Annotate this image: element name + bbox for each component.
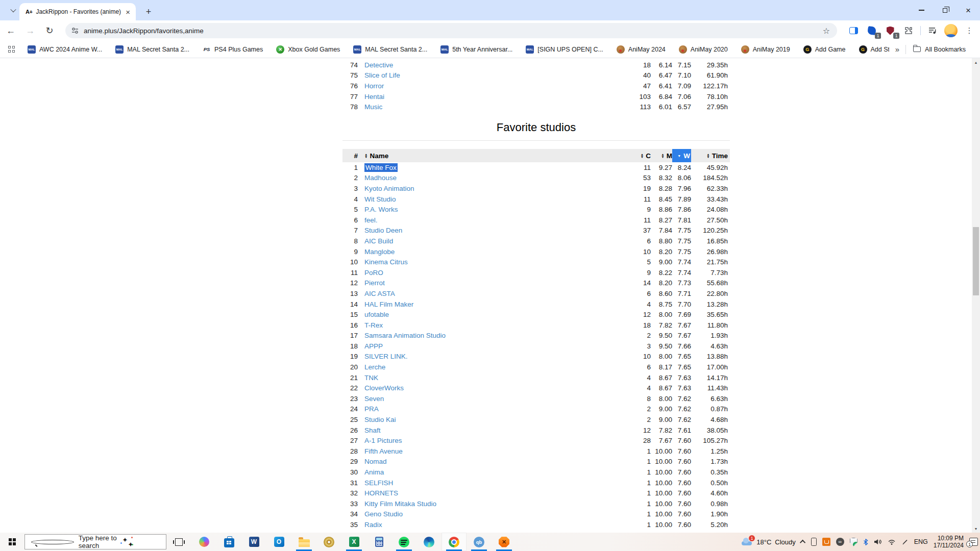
studio-link[interactable]: CloverWorks (364, 384, 630, 392)
browser-menu-button[interactable]: ⋮ (963, 24, 976, 37)
wifi-icon[interactable] (888, 539, 896, 545)
studio-link[interactable]: Radix (364, 521, 630, 529)
studio-link[interactable]: SILVER LINK. (364, 353, 630, 360)
new-tab-button[interactable]: + (142, 5, 155, 18)
bookmark-item[interactable]: PS PS4 Plus Games (203, 45, 263, 54)
studio-link[interactable]: Slice of Life (364, 71, 630, 79)
studio-link[interactable]: Kyoto Animation (364, 185, 630, 192)
bookmark-item[interactable]: AniMay 2020 (679, 45, 728, 54)
scroll-down-icon[interactable]: ▼ (972, 524, 980, 533)
vertical-scrollbar[interactable]: ▲ ▼ (972, 58, 980, 533)
studio-link[interactable]: Samsara Animation Studio (364, 332, 630, 339)
studio-link[interactable]: ufotable (364, 311, 630, 318)
start-button[interactable] (0, 533, 24, 551)
col-header-time[interactable]: ▲▼Time (691, 152, 728, 160)
volume-icon[interactable] (874, 538, 882, 545)
studio-link[interactable]: Geno Studio (364, 510, 630, 518)
extensions-button[interactable] (902, 24, 915, 37)
qbittorrent-button[interactable]: qb (467, 533, 492, 551)
bookmark-item[interactable]: MAL AWC 2024 Anime W... (28, 45, 102, 54)
spotify-button[interactable] (391, 533, 416, 551)
bookmark-item[interactable]: ✕ Xbox Gold Games (276, 45, 340, 54)
col-header-w-sorted[interactable]: ▼W (672, 149, 691, 162)
word-button[interactable]: W (241, 533, 266, 551)
close-button[interactable]: × (957, 0, 980, 20)
bookmark-item[interactable]: AniMay 2024 (617, 45, 666, 54)
pen-icon[interactable] (901, 538, 909, 545)
language-indicator[interactable]: ENG (914, 538, 928, 545)
studio-link[interactable]: Anima (364, 468, 630, 476)
studio-link[interactable]: SELFISH (364, 479, 630, 487)
chrome-button[interactable] (442, 533, 467, 551)
studio-link[interactable]: Lerche (364, 363, 630, 371)
studio-link[interactable]: A-1 Pictures (364, 437, 630, 444)
media-controls-button[interactable] (926, 24, 939, 37)
bookmark-star-icon[interactable]: ☆ (823, 26, 830, 36)
file-explorer-button[interactable] (291, 533, 316, 551)
studio-link[interactable]: Fifth Avenue (364, 447, 630, 455)
minimize-button[interactable] (910, 0, 933, 20)
studio-link[interactable]: Horror (364, 82, 630, 90)
tab-close-icon[interactable]: × (124, 8, 132, 16)
studio-link[interactable]: Wit Studio (364, 195, 630, 203)
studio-link[interactable]: Shaft (364, 427, 630, 434)
studio-link[interactable]: Hentai (364, 93, 630, 101)
edge-button[interactable] (416, 533, 442, 551)
bookmark-item[interactable]: MAL [SIGN UPS OPEN] C... (526, 45, 603, 54)
side-panel-button[interactable] (847, 24, 860, 37)
studio-link[interactable]: AIC Build (364, 237, 630, 245)
excel-button[interactable]: X (341, 533, 366, 551)
clock[interactable]: 10:09 PM 17/11/2024 (934, 535, 964, 549)
studio-link[interactable]: Pierrot (364, 279, 630, 287)
notification-center-icon[interactable]: 1 (969, 538, 978, 546)
studio-link[interactable]: Kinema Citrus (364, 258, 630, 266)
bookmark-item[interactable]: G Add Game (803, 45, 846, 54)
all-bookmarks-button[interactable]: All Bookmarks (913, 46, 966, 53)
studio-link[interactable]: P.A. Works (364, 206, 630, 213)
ms-store-button[interactable] (216, 533, 241, 551)
studio-link[interactable]: feel. (364, 216, 630, 224)
bluetooth-icon[interactable] (863, 538, 868, 546)
windows-security-icon[interactable]: ✓ (850, 538, 857, 546)
bookmark-item[interactable]: AniMay 2019 (741, 45, 790, 54)
taskbar-search-box[interactable]: Type here to search ✦ ✦ (24, 534, 166, 549)
studio-link[interactable]: PRA (364, 405, 630, 413)
studio-link[interactable]: Nomad (364, 458, 630, 465)
scroll-up-icon[interactable]: ▲ (972, 58, 980, 66)
studio-link[interactable]: Detective (364, 61, 630, 69)
tab-search-button[interactable] (6, 4, 20, 16)
studio-link[interactable]: Manglobe (364, 248, 630, 256)
task-view-button[interactable] (166, 533, 191, 551)
bookmarks-overflow-button[interactable]: » (895, 45, 899, 54)
col-header-rank[interactable]: # (342, 152, 358, 160)
extension-button-1[interactable]: 1 (865, 24, 878, 37)
studio-link[interactable]: TNK (364, 374, 630, 382)
reload-button[interactable]: ↻ (41, 22, 58, 39)
orange-x-app-button[interactable]: ✕ (492, 533, 517, 551)
extension-button-2[interactable]: 1 (884, 24, 897, 37)
col-header-c[interactable]: ▲▼C (630, 152, 651, 160)
col-header-m[interactable]: ▲▼M (651, 152, 672, 160)
studio-link[interactable]: PoRO (364, 269, 630, 277)
studio-link[interactable]: APPP (364, 342, 630, 350)
profile-avatar[interactable] (944, 24, 958, 37)
studio-link[interactable]: Madhouse (364, 174, 630, 182)
apps-grid-icon[interactable] (8, 46, 15, 53)
studio-link[interactable]: AIC ASTA (364, 290, 630, 297)
scrollbar-thumb[interactable] (973, 227, 979, 295)
studio-link[interactable]: T-Rex (364, 321, 630, 329)
creative-cloud-icon[interactable]: ∞ (836, 538, 844, 546)
studio-link[interactable]: Seven (364, 395, 630, 403)
studio-link[interactable]: Music (364, 103, 630, 111)
studio-link[interactable]: HAL Film Maker (364, 300, 630, 308)
weather-widget[interactable]: 1 18°C Cloudy (741, 538, 796, 546)
calculator-button[interactable] (366, 533, 391, 551)
address-bar[interactable]: anime.plus/JackRippon/favorites,anime ☆ (65, 23, 837, 38)
bookmark-item[interactable]: MAL MAL Secret Santa 2... (353, 45, 427, 54)
outlook-button[interactable]: O (266, 533, 291, 551)
bookmark-item[interactable]: G Add Steam Game (859, 45, 889, 54)
restore-button[interactable] (933, 0, 957, 20)
bookmark-item[interactable]: MAL MAL Secret Santa 2... (115, 45, 189, 54)
back-button[interactable]: ← (2, 22, 19, 39)
url-text[interactable]: anime.plus/JackRippon/favorites,anime (84, 27, 823, 35)
